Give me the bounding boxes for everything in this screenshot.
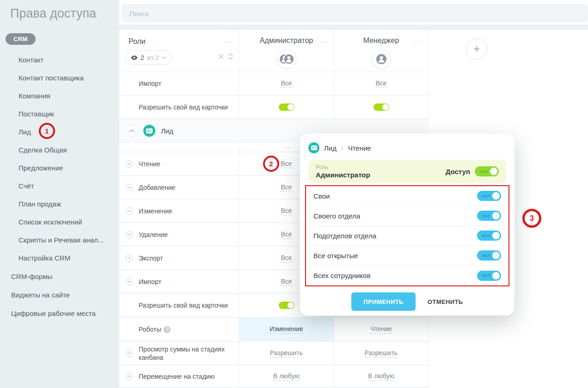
expand-icon[interactable]: + [126,184,133,191]
sidebar-item-deal[interactable]: Сделка Общая [0,141,119,159]
row-label: Добавление+ [119,176,239,199]
section-title: Лид [161,127,173,135]
sidebar-section-crm-badge[interactable]: CRM [6,33,36,45]
permission-value-link[interactable]: Разрешить [270,349,303,358]
clear-filter-icon[interactable] [219,54,224,59]
permission-value-link[interactable]: Все [281,207,292,215]
card-view-toggle-manager[interactable] [374,103,389,111]
permission-value-link[interactable]: Все [281,79,292,88]
sidebar-item-exclusion-list[interactable]: Список исключений [0,213,119,231]
row-kanban-sum: Просмотр суммы на стадиях канбана+ Разре… [119,342,429,365]
permission-value-link[interactable]: В любую [273,372,300,381]
option-row-own-department: Своего отдела вкл [306,206,508,226]
sidebar-item-contact[interactable]: Контакт [0,51,119,69]
apply-button[interactable]: ПРИМЕНИТЬ [351,292,415,311]
sidebar-item-sales-plan[interactable]: План продаж [0,195,119,213]
permission-value-link[interactable]: Все [281,183,292,192]
admin-avatar[interactable] [277,49,296,69]
option-row-all-open: Все открытые вкл [306,246,508,266]
sort-icon[interactable] [228,53,233,60]
add-role-button[interactable]: + [466,38,487,60]
search-input[interactable] [121,4,588,23]
search-band-divider [119,24,588,30]
admin-column-menu-icon[interactable]: ··· [319,38,327,45]
roles-filter-count: 2 [141,54,144,61]
permission-popup: Лид › Чтение Роль Администратор Доступ в… [300,133,514,315]
roles-filter-pill[interactable]: 2 из 2 [125,50,172,65]
lead-entity-icon [308,142,319,153]
sidebar-crm-list: Контакт Контакт поставщика Компания Пост… [0,51,119,267]
breadcrumb-entity[interactable]: Лид [324,144,337,152]
permission-value-link[interactable]: В любую [368,372,394,381]
sidebar-item-supplier-contact[interactable]: Контакт поставщика [0,69,119,87]
annotation-marker-3: 3 [522,209,541,228]
popup-footer: ПРИМЕНИТЬ ОТМЕНИТЬ [308,286,506,317]
option-toggle-all-open[interactable]: вкл [477,250,501,261]
expand-icon[interactable]: + [126,373,133,380]
breadcrumb-permission: Чтение [348,144,371,152]
expand-icon[interactable]: + [126,207,133,215]
manager-column-menu-icon[interactable]: ··· [414,38,422,45]
permission-value-link[interactable]: Все [281,230,292,239]
permission-value-link[interactable]: Все [281,160,292,168]
sidebar-item-quote[interactable]: Предложение [0,159,119,177]
access-toggle[interactable]: вкл [475,166,499,176]
access-label: Доступ [446,168,470,176]
expand-icon[interactable]: + [126,160,133,168]
admin-section-menu-icon[interactable]: ··· [282,144,290,151]
row-label: Экспорт+ [119,247,239,269]
card-view-toggle-admin-lead[interactable] [279,302,294,309]
permission-value-link[interactable]: Все [281,278,292,286]
eye-icon [131,55,138,60]
permission-value-link[interactable]: Изменение [270,325,303,333]
permission-value-link[interactable]: Разрешить [365,349,398,358]
sidebar-item-invoice[interactable]: Счёт [0,177,119,195]
row-stage-move: Перемещение на стадию+ В любую В любую [119,365,429,388]
permission-value-link[interactable]: Чтение [370,325,392,333]
option-row-all-employees: Всех сотрудников вкл [306,266,508,285]
sidebar-item-site-widgets[interactable]: Виджеты на сайте [0,285,119,304]
roles-menu-icon[interactable]: ··· [224,38,232,45]
sidebar-item-digital-workplaces[interactable]: Цифровые рабочие места [0,304,119,322]
option-toggle-own-department[interactable]: вкл [477,211,501,221]
manager-avatar[interactable] [372,49,391,69]
cancel-button[interactable]: ОТМЕНИТЬ [428,298,463,305]
two-person-icon [279,54,294,65]
row-label: Перемещение на стадию+ [119,365,239,387]
annotation-marker-2: 2 [263,156,279,172]
permission-value-link[interactable]: Все [375,79,386,88]
roles-header-cell: Роли ··· 2 из 2 [119,30,239,72]
row-robots: Роботы? Изменение Чтение [119,318,429,342]
role-label: Роль [316,164,370,170]
expand-icon[interactable]: + [126,278,133,285]
option-toggle-subdepartments[interactable]: вкл [477,230,501,241]
grid-header-row: Роли ··· 2 из 2 [119,30,429,72]
sidebar-item-crm-forms[interactable]: CRM-формы [0,267,119,285]
expand-icon[interactable]: + [126,350,133,357]
role-access-box: Роль Администратор Доступ вкл [308,160,506,183]
sidebar-item-supplier[interactable]: Поставщик [0,105,119,123]
card-view-toggle-admin[interactable] [279,103,294,111]
option-toggle-all-employees[interactable]: вкл [477,271,501,281]
row-label: Просмотр суммы на стадиях канбана+ [119,342,239,364]
option-toggle-own[interactable]: вкл [477,191,501,201]
sidebar-item-crm-settings[interactable]: Настройка CRM [0,249,119,267]
sidebar-item-lead[interactable]: Лид [0,123,119,141]
row-label: Удаление+ [119,223,239,246]
expand-icon[interactable]: + [126,255,133,262]
roles-header-title: Роли [129,37,146,46]
row-label: Разрешить свой вид карточки [119,96,239,118]
help-icon[interactable]: ? [164,326,171,333]
collapse-section-icon[interactable] [126,125,138,137]
permission-value-link[interactable]: Все [281,254,292,262]
lead-entity-icon [143,125,155,137]
sidebar-item-scripts[interactable]: Скрипты и Речевая анал... [0,231,119,249]
option-row-subdepartments: Подотделов отдела вкл [306,226,508,246]
row-label: Изменение+ [119,200,239,222]
sidebar-item-company[interactable]: Компания [0,87,119,105]
access-rights-screen: Права доступа CRM Контакт Контакт постав… [0,0,588,388]
row-label: Импорт+ [119,270,239,293]
expand-icon[interactable]: + [126,231,133,238]
one-person-icon [376,54,387,65]
column-header-admin: Администратор ··· [239,30,334,72]
